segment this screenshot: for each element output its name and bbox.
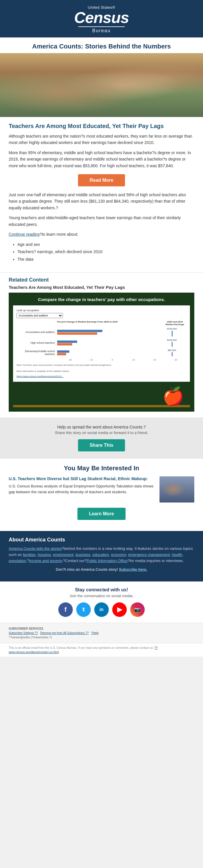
- chart-header: Percent Change in Median Earnings From 2…: [16, 320, 187, 326]
- share-this-button[interactable]: Share This: [78, 439, 125, 452]
- linkedin-icon[interactable]: in: [94, 602, 109, 617]
- share-section: Help us spread the word about America Co…: [0, 417, 203, 459]
- footer-official-note: This is an official email from the U.S. …: [9, 646, 194, 654]
- about-housing-link[interactable]: housing: [38, 553, 51, 557]
- about-economy-link[interactable]: economy: [111, 553, 126, 557]
- chart-minibar-1: [172, 331, 173, 337]
- chart-right-3: $80,000: [158, 349, 187, 357]
- article-para1: Although teachers are among the nation?s…: [9, 133, 194, 146]
- axis-label-3: 0: [102, 359, 123, 361]
- chart-minibar-2: [172, 342, 173, 347]
- about-business-link[interactable]: business: [76, 553, 91, 557]
- chart-val-2: $100,000: [158, 339, 187, 341]
- interested-card: U.S. Teachers More Diverse but Still Lag…: [9, 476, 194, 502]
- section-title: America Counts: Stories Behind the Numbe…: [6, 43, 197, 50]
- chart-row-1: Accountants and auditors $100,000: [16, 328, 187, 337]
- social-heading: Stay connected with us!: [9, 587, 194, 592]
- about-employment-link[interactable]: employment: [53, 553, 74, 557]
- chart-row-2: High school teachers $100,000: [16, 339, 187, 347]
- interested-card-image: [160, 476, 194, 502]
- continue-reading-link[interactable]: Continue reading: [9, 232, 40, 237]
- instagram-icon[interactable]: 📷: [130, 602, 145, 617]
- bullet-item-1: Age and sex: [18, 241, 194, 248]
- learn-more-container: Learn More: [9, 508, 194, 520]
- help-link[interactable]: ?Help: [91, 631, 99, 634]
- facebook-icon[interactable]: f: [58, 602, 73, 617]
- bullet-item-3: The data: [18, 256, 194, 263]
- bar-orange-3: [57, 353, 66, 355]
- header: United States® Census Bureau: [0, 0, 203, 37]
- read-more-container: Read More: [9, 174, 194, 186]
- interested-section: You May Be Interested In U.S. Teachers M…: [0, 459, 203, 531]
- bar-orange-1: [57, 332, 97, 335]
- remove-subscriptions-link[interactable]: Remove me from All Subscriptions ??: [40, 631, 89, 634]
- about-emergency-link[interactable]: emergency management: [128, 553, 170, 557]
- chart-note: Note: Full-time, year-round workers; inc…: [16, 364, 187, 367]
- about-subscribe-link[interactable]: Subscribe here.: [119, 567, 147, 571]
- header-logo-main: Census: [6, 9, 197, 25]
- footer-note: This is an official email from the U.S. …: [0, 643, 203, 657]
- chart-label-3: Elementary/middle school teachers: [16, 350, 57, 355]
- youtube-icon[interactable]: ▶: [112, 602, 127, 617]
- about-health-link[interactable]: health: [172, 553, 182, 557]
- about-america-counts-link[interactable]: America Counts tells the stories: [9, 546, 62, 551]
- about-para: America Counts tells the stories?behind …: [9, 546, 194, 564]
- about-families-link[interactable]: families: [23, 553, 35, 557]
- classroom-scene-graphic: [0, 53, 203, 117]
- chart-right-1: $100,000: [158, 328, 187, 337]
- chart-bars-3: [57, 350, 158, 355]
- header-divider: [78, 26, 125, 27]
- occupation-select[interactable]: Accountants and auditors: [16, 313, 63, 318]
- chart-val-1: $100,000: [158, 328, 187, 330]
- share-heading: Help us spread the word about America Co…: [9, 425, 194, 429]
- chart-right-2: $100,000: [158, 339, 187, 347]
- bar-blue-1: [57, 330, 102, 332]
- interested-heading: You May Be Interested In: [9, 464, 194, 472]
- interested-card-title: U.S. Teachers More Diverse but Still Lag…: [9, 476, 155, 481]
- card-image-graphic: [160, 476, 194, 502]
- bar-blue-2: [57, 341, 77, 343]
- chart-link-container: More information is available at the sta…: [16, 368, 187, 378]
- chart-bars-1: [57, 330, 158, 334]
- chart-axis: -20 -10 0 10 20 30: [60, 359, 187, 361]
- interested-card-body: U.S. Census Bureau analysis of Equal Emp…: [9, 483, 155, 495]
- occupation-select-container: Look up occupation Accountants and audit…: [16, 309, 187, 318]
- related-sub-heading: Teachers Are Among Most Educated, Yet Th…: [9, 285, 194, 290]
- read-more-button[interactable]: Read More: [78, 174, 125, 186]
- subscriber-label: SUBSCRIBER SERVICES: [9, 626, 194, 631]
- chart-minibar-3: [172, 352, 173, 356]
- header-logo-bottom: Bureau: [6, 28, 197, 33]
- bar-blue-3: [57, 350, 69, 353]
- chart-label-2: High school teachers: [16, 341, 57, 344]
- social-section: Stay connected with us! Join the convers…: [0, 582, 203, 623]
- apple-area: 🍎: [13, 382, 190, 405]
- chart-link-text: More information is available at the sta…: [16, 370, 69, 372]
- chart-row-3: Elementary/middle school teachers $80,00…: [16, 349, 187, 357]
- article-para4: Young teachers and older/middle-aged tea…: [9, 215, 194, 227]
- about-income-link[interactable]: income and poverty: [29, 559, 62, 563]
- about-population-link[interactable]: population: [9, 559, 26, 563]
- social-subtext: Join the conversation on social media.: [9, 594, 194, 598]
- axis-label-5: 20: [144, 359, 165, 361]
- axis-label-6: 30: [165, 359, 187, 361]
- interested-card-text: U.S. Teachers More Diverse but Still Lag…: [9, 476, 155, 495]
- about-section: About America Counts America Counts tell…: [0, 531, 203, 582]
- chart-container: Compare the change in teachers' pay with…: [9, 292, 194, 412]
- twitter-icon[interactable]: 𝕥: [76, 602, 91, 617]
- chart-inner: Compare the change in teachers' pay with…: [9, 292, 194, 412]
- chart-col2-header: 2000 and 2019 Median Earnings: [163, 320, 187, 326]
- footer-links: Subscriber Settings ?? Remove me from Al…: [9, 631, 194, 635]
- axis-label-2: -10: [80, 359, 102, 361]
- about-education-link[interactable]: education: [93, 553, 109, 557]
- chart-val-3: $80,000: [158, 349, 187, 351]
- article-heading: Teachers Are Among Most Educated, Yet Th…: [9, 123, 194, 129]
- about-highlight: Don?t miss an America Counts story! Subs…: [9, 567, 194, 573]
- subscriber-settings-link[interactable]: Subscriber Settings ??: [9, 631, 38, 634]
- related-heading: Related Content: [9, 277, 194, 283]
- chart-source-link[interactable]: https://www.census.gov/library/stories/2…: [16, 375, 64, 378]
- chart-bars-2: [57, 341, 158, 345]
- article-bullet-list: Age and sex Teachers? earnings, which de…: [18, 241, 194, 263]
- chart-col1-header: Percent Change in Median Earnings From 2…: [57, 320, 163, 326]
- about-pio-link[interactable]: Public Information Office: [87, 559, 128, 563]
- learn-more-button[interactable]: Learn More: [77, 508, 126, 520]
